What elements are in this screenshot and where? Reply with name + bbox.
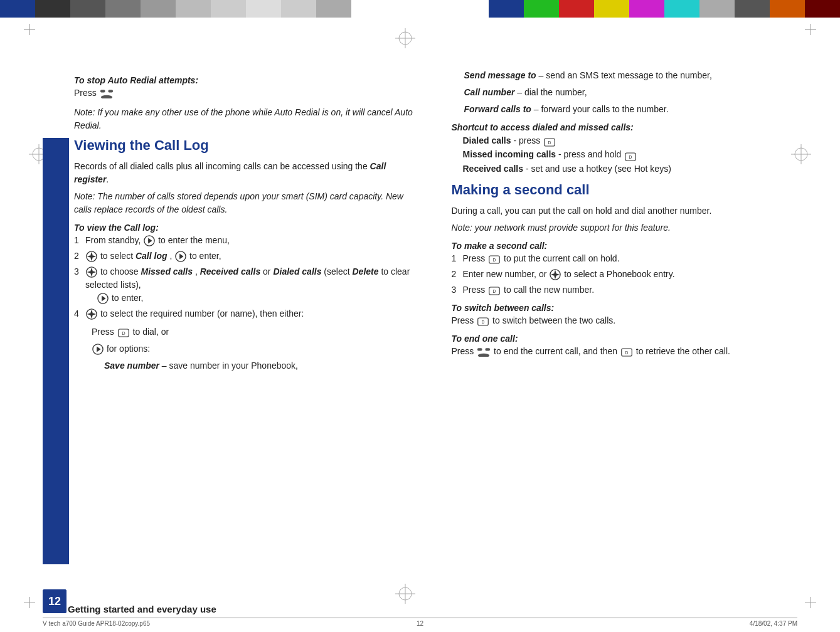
options-continued: Send message to – send an SMS text messa… [464, 69, 798, 116]
page-badge: 12 [43, 589, 66, 613]
svg-marker-55 [554, 270, 556, 273]
note-sim-capacity: Note: The number of calls stored depends… [74, 190, 420, 216]
svg-rect-65 [486, 349, 491, 351]
crosshair-top [395, 28, 415, 48]
svg-point-28 [90, 271, 93, 274]
option-send-message: Send message to – send an SMS text messa… [464, 69, 798, 82]
footer-left: V tech a700 Guide APR18-02copy.p65 [43, 620, 150, 627]
step-3-pre: to choose [100, 266, 141, 276]
svg-marker-21 [90, 258, 93, 261]
step-2-comma: , [169, 251, 174, 261]
bar-seg-10 [316, 0, 351, 18]
second-step-1: 1 Press D to put the current call on hol… [452, 252, 798, 265]
bar-seg-2 [35, 0, 70, 18]
step4-dial: Press D to dial, or [92, 325, 420, 339]
call-log-term: Call log [136, 251, 167, 261]
svg-point-26 [179, 255, 182, 258]
stop-auto-redial-heading: To stop Auto Redial attempts: [74, 75, 420, 85]
nav-icon-4 [86, 308, 97, 320]
rbar-seg-3 [559, 0, 594, 18]
step-4-num: 4 [74, 307, 79, 320]
svg-point-54 [554, 273, 557, 276]
missed-calls-term: Missed calls [141, 266, 193, 276]
svg-point-46 [97, 348, 99, 350]
desc-text: Records of all dialed calls plus all inc… [74, 161, 368, 171]
step-3-or: or [263, 266, 273, 276]
svg-marker-32 [93, 271, 96, 273]
second-call-steps: 1 Press D to put the current call on hol… [452, 252, 798, 297]
missed-calls-shortcut: Missed incoming calls - press and hold D [463, 147, 798, 161]
s-step-3-pre: Press [463, 285, 488, 295]
rbar-seg-1 [489, 0, 524, 18]
call-log-description: Records of all dialed calls plus all inc… [74, 160, 420, 186]
nav-right-icon-1 [144, 235, 155, 246]
dial-hold-icon: D [489, 255, 500, 263]
svg-marker-20 [90, 252, 93, 255]
dialed-calls-desc: - press [513, 135, 543, 145]
crosshair-bottom [395, 584, 415, 604]
main-content: To stop Auto Redial attempts: Press Note… [43, 69, 797, 582]
switch-icon: D [477, 317, 489, 325]
shortcut-heading: Shortcut to access dialed and missed cal… [452, 122, 798, 132]
svg-text:D: D [625, 350, 628, 355]
missed-calls-label: Missed incoming calls [463, 149, 556, 159]
received-calls-label: Received calls [463, 164, 524, 174]
nav-icon-options [92, 344, 104, 355]
rbar-seg-5 [629, 0, 664, 18]
rbar-seg-9 [770, 0, 805, 18]
svg-marker-41 [93, 313, 96, 315]
svg-text:D: D [493, 289, 496, 293]
left-column: To stop Auto Redial attempts: Press Note… [43, 69, 420, 582]
right-column: Send message to – send an SMS text messa… [445, 69, 798, 582]
footer-line [43, 618, 797, 618]
end-one-call-text: Press to end the current call, and then … [452, 345, 798, 358]
note-auto-redial: Note: If you make any other use of the p… [74, 106, 420, 132]
step-1-text: From standby, [85, 235, 143, 245]
step-1-suffix: to enter the menu, [158, 235, 230, 245]
step-1: 1 From standby, to enter the menu, [74, 234, 420, 247]
step-3-nav-enter: to enter, [97, 293, 143, 303]
s-step-1-num: 1 [452, 252, 457, 265]
step-4-text: to select the required number (or name),… [100, 308, 304, 319]
step-3-select: (select [324, 266, 352, 276]
stop-auto-redial-instruction: Press [74, 87, 420, 100]
svg-point-19 [90, 255, 93, 258]
forward-calls-desc: – forward your calls to the number. [534, 104, 669, 114]
bottom-bar-text: Getting started and everyday use [68, 604, 216, 614]
shortcut-block: Shortcut to access dialed and missed cal… [452, 122, 798, 176]
svg-marker-23 [93, 255, 96, 258]
svg-point-17 [149, 240, 151, 242]
missed-shortcut-icon: D [625, 151, 636, 160]
option-save-number: Save number – save number in your Phoneb… [104, 359, 420, 372]
nav-icon-2b [175, 251, 186, 262]
svg-marker-57 [551, 274, 554, 276]
bar-seg-6 [176, 0, 211, 18]
svg-marker-31 [87, 271, 90, 273]
dialed-calls-label: Dialed calls [463, 135, 511, 145]
s-step-1-text: to put the current call on hold. [504, 253, 619, 263]
missed-calls-desc: - press and hold [558, 149, 624, 159]
press-label: Press [74, 88, 97, 98]
forward-calls-label: Forward calls to [464, 104, 531, 114]
call-log-steps: 1 From standby, to enter the menu, 2 to … [74, 234, 420, 320]
rbar-seg-4 [594, 0, 629, 18]
footer-right: 4/18/02, 4:37 PM [750, 620, 797, 627]
top-bar-left [0, 0, 351, 18]
svg-marker-58 [556, 274, 560, 276]
step4-options: Press D to dial, or for options: Save nu… [92, 325, 420, 372]
received-calls-term: Received calls [200, 266, 261, 276]
corner-cross-tl [24, 24, 35, 35]
svg-rect-14 [108, 90, 113, 93]
option-forward-calls: Forward calls to – forward your calls to… [464, 103, 798, 116]
s-step-3-num: 3 [452, 283, 457, 297]
second-call-title: Making a second call [452, 182, 798, 198]
svg-point-63 [478, 354, 489, 357]
option-call-number: Call number – dial the number, [464, 86, 798, 99]
stop-auto-redial-section: To stop Auto Redial attempts: Press [74, 75, 420, 100]
call-number-label: Call number [464, 87, 515, 97]
svg-point-35 [102, 297, 104, 300]
svg-marker-22 [87, 255, 90, 258]
svg-text:D: D [629, 155, 632, 159]
viewing-call-log-title: Viewing the Call Log [74, 137, 420, 154]
rbar-seg-7 [699, 0, 735, 18]
